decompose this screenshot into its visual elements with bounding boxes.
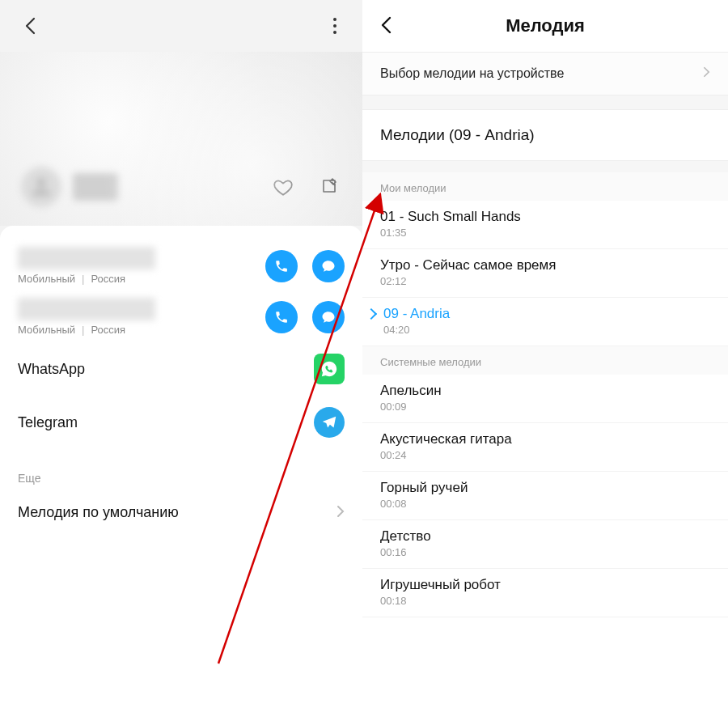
back-button[interactable]: [20, 16, 40, 36]
avatar-icon: [21, 167, 61, 207]
phone-number-redacted: [18, 247, 155, 269]
telegram-row[interactable]: Telegram: [18, 396, 345, 449]
call-button[interactable]: [265, 250, 298, 282]
ringtone-duration: 02:12: [380, 275, 710, 287]
whatsapp-label: WhatsApp: [18, 361, 85, 378]
call-button[interactable]: [265, 301, 298, 333]
ringtone-title: 01 - Such Small Hands: [380, 209, 710, 225]
my-ringtones-list: 01 - Such Small Hands01:35Утро - Сейчас …: [362, 201, 728, 346]
ringtone-item[interactable]: Горный ручей00:08: [362, 472, 728, 520]
ringtone-title: 09 - Andria: [383, 306, 710, 322]
default-ringtone-row[interactable]: Мелодия по умолчанию: [0, 493, 362, 537]
ringtone-title: Игрушечный робот: [380, 577, 710, 593]
system-ringtones-section: Системные мелодии: [362, 346, 728, 375]
default-ringtone-label: Мелодия по умолчанию: [18, 504, 179, 521]
ringtone-item[interactable]: Игрушечный робот00:18: [362, 569, 728, 617]
page-title: Мелодия: [362, 15, 728, 36]
ringtone-item[interactable]: 09 - Andria04:20: [362, 298, 728, 346]
ringtone-title: Утро - Сейчас самое время: [380, 257, 710, 273]
chevron-right-icon: [703, 66, 710, 81]
phone-type-label: Мобильный: [18, 324, 75, 336]
spacer: [362, 161, 728, 172]
my-ringtones-section: Мои мелодии: [362, 172, 728, 201]
current-ringtone-row[interactable]: Мелодии (09 - Andria): [362, 110, 728, 161]
ringtone-duration: 00:16: [380, 546, 710, 558]
ringtone-item[interactable]: Утро - Сейчас самое время02:12: [362, 249, 728, 298]
message-button[interactable]: [312, 250, 345, 282]
more-button[interactable]: [325, 16, 345, 36]
telegram-label: Telegram: [18, 414, 78, 431]
ringtone-item[interactable]: 01 - Such Small Hands01:35: [362, 201, 728, 249]
ringtone-item[interactable]: Акустическая гитара00:24: [362, 423, 728, 472]
ringtone-item[interactable]: Апельсин00:09: [362, 375, 728, 423]
chevron-right-icon: [336, 505, 345, 521]
phone-region-label: Россия: [91, 273, 125, 285]
phone-region-label: Россия: [91, 324, 125, 336]
telegram-icon: [314, 407, 345, 438]
whatsapp-icon: [314, 354, 345, 384]
phone-row-2[interactable]: Мобильный | Россия: [18, 291, 345, 342]
edit-button[interactable]: [319, 176, 341, 198]
contact-detail-pane: Мобильный | Россия: [0, 0, 362, 708]
svg-point-0: [333, 18, 336, 21]
svg-point-2: [333, 31, 336, 34]
ringtone-duration: 04:20: [383, 324, 710, 336]
contact-hero: [0, 52, 362, 226]
contact-name-redacted: [73, 173, 118, 201]
device-picker-label: Выбор мелодии на устройстве: [380, 66, 564, 81]
contact-card: Мобильный | Россия: [0, 226, 362, 708]
system-ringtones-list: Апельсин00:09Акустическая гитара00:24Гор…: [362, 375, 728, 617]
ringtone-item[interactable]: Детство00:16: [362, 520, 728, 569]
device-picker-row[interactable]: Выбор мелодии на устройстве: [362, 52, 728, 95]
message-button[interactable]: [312, 301, 345, 333]
contact-avatar-block: [21, 167, 118, 207]
ringtone-duration: 00:18: [380, 595, 710, 607]
back-button[interactable]: [380, 16, 400, 36]
spacer: [362, 95, 728, 110]
phone-row-1[interactable]: Мобильный | Россия: [18, 240, 345, 291]
separator: |: [82, 273, 84, 285]
ringtone-duration: 00:24: [380, 449, 710, 461]
svg-point-1: [333, 24, 336, 28]
right-header: Мелодия: [362, 0, 728, 52]
ringtone-title: Акустическая гитара: [380, 431, 710, 447]
phone-type-label: Мобильный: [18, 273, 75, 285]
ringtone-duration: 01:35: [380, 227, 710, 239]
phone-number-redacted: [18, 298, 155, 320]
more-section-label: Еще: [0, 449, 362, 493]
ringtone-title: Апельсин: [380, 383, 710, 399]
left-header: [0, 0, 362, 52]
whatsapp-row[interactable]: WhatsApp: [18, 342, 345, 396]
ringtone-duration: 00:09: [380, 401, 710, 413]
ringtone-picker-pane: Мелодия Выбор мелодии на устройстве Мело…: [362, 0, 728, 708]
ringtone-duration: 00:08: [380, 498, 710, 510]
ringtone-title: Горный ручей: [380, 480, 710, 496]
favorite-button[interactable]: [272, 176, 294, 198]
separator: |: [82, 324, 84, 336]
ringtone-title: Детство: [380, 528, 710, 545]
